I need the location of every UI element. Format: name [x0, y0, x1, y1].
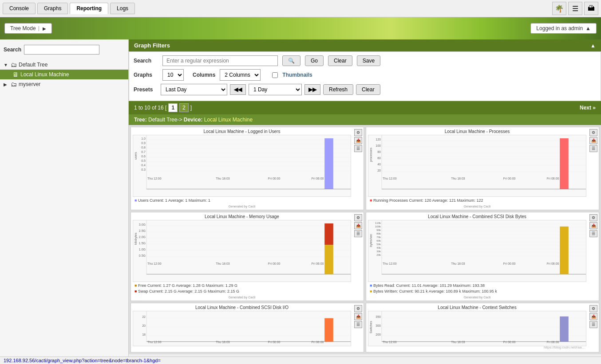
time-range-select[interactable]: 1 Day	[249, 84, 302, 95]
graph-canvas-processes[interactable]: 120 100 80 60 40 20 proces	[368, 135, 586, 197]
tree-mode-box[interactable]: Tree Mode ▶	[4, 23, 52, 34]
graph-action-btns-context: ⚙ 📤 ☰	[588, 303, 599, 352]
tree-path-bar: Tree: Default Tree-> Device: Local Linux…	[129, 114, 601, 125]
svg-text:Switches: Switches	[369, 321, 372, 333]
search-filter-label: Search	[134, 58, 158, 64]
graph-gen-by-scsi-bytes: Generated by Cacti	[368, 296, 586, 299]
svg-text:Fri 00:00: Fri 00:00	[503, 262, 516, 265]
sidebar-item-default-tree[interactable]: ▼ 🗂 Default Tree	[0, 60, 128, 70]
search-icon-btn[interactable]: 🔍	[282, 55, 300, 66]
svg-text:Fri 06:00: Fri 06:00	[547, 262, 559, 265]
graph-list-icon[interactable]: ☰	[589, 145, 597, 152]
columns-select[interactable]: 2 Columns	[220, 69, 261, 81]
graph-export-icon[interactable]: 📤	[589, 313, 597, 320]
clear-search-button[interactable]: Clear	[328, 55, 352, 66]
graph-gen-by-users: Generated by Cacti	[133, 205, 351, 208]
thumbnails-label[interactable]: Thumbnails	[282, 72, 312, 78]
next-page-button[interactable]: Next »	[580, 105, 596, 111]
tab-console[interactable]: Console	[3, 3, 36, 14]
graphs-count-select[interactable]: 10	[162, 69, 184, 81]
graph-list-icon[interactable]: ☰	[589, 321, 597, 328]
sidebar-item-myserver[interactable]: ▶ 🗂 myserver	[0, 79, 128, 89]
page-1-button[interactable]: 1	[168, 103, 178, 112]
tree-item-label: Default Tree	[19, 62, 47, 68]
status-bar: 192.168.92.56/cacti/graph_view.php?actio…	[0, 356, 601, 364]
graph-export-icon[interactable]: 📤	[589, 222, 597, 229]
clear-preset-button[interactable]: Clear	[356, 84, 380, 95]
mountain-icon[interactable]: 🏔	[584, 2, 598, 15]
columns-filter-label: Columns	[193, 72, 215, 78]
collapse-icon[interactable]: ▲	[590, 43, 596, 49]
graph-cell-users: Local Linux Machine - Logged in Users 1.…	[130, 127, 364, 210]
search-label: Search	[4, 47, 21, 53]
graph-gear-icon[interactable]: ⚙	[354, 214, 362, 221]
logged-in-arrow-icon: ▲	[585, 25, 591, 31]
sidebar: Search ▼ 🗂 Default Tree 🖥 Local Linux Ma…	[0, 39, 129, 364]
svg-rect-59	[324, 245, 333, 274]
page-2-button[interactable]: 2	[179, 103, 189, 112]
graph-export-icon[interactable]: 📤	[354, 222, 362, 229]
next-time-button[interactable]: ▶▶	[304, 84, 320, 95]
graph-canvas-scsi-io[interactable]: 22 20 18 Thu 12:00 Thu 18:03 Fri 00:00 F…	[133, 311, 351, 346]
filters-body: Search 🔍 Go Clear Save Graphs 10 Columns…	[129, 51, 601, 101]
logged-in-text: Logged in as admin	[536, 25, 583, 31]
svg-text:80: 80	[377, 150, 381, 153]
graph-list-icon[interactable]: ☰	[354, 321, 362, 328]
svg-text:2.5G: 2.5G	[139, 229, 146, 232]
svg-text:Thu 12:00: Thu 12:00	[147, 262, 162, 265]
go-button[interactable]: Go	[305, 55, 324, 66]
graph-gear-icon[interactable]: ⚙	[354, 129, 362, 136]
pagination-bar: 1 to 10 of 16 [ 1 2 ] Next »	[129, 101, 601, 114]
thumbnails-checkbox[interactable]	[272, 72, 278, 78]
graph-canvas-users[interactable]: 1.0 0.9 0.8 0.7 0.6 0.5 0.4 0.3	[133, 135, 351, 197]
logo-tree-icon[interactable]: 🌴	[552, 2, 566, 15]
graph-cell-memory: Local Linux Machine - Memory Usage 3.0G …	[130, 212, 364, 301]
logged-in-box[interactable]: Logged in as admin ▲	[530, 23, 597, 34]
filter-search-row: Search 🔍 Go Clear Save	[134, 55, 596, 66]
graph-filters-header: Graph Filters ▲	[129, 39, 601, 51]
save-button[interactable]: Save	[357, 55, 380, 66]
tree-folder-icon: 🗂	[11, 81, 17, 88]
pagination-bracket-close: ]	[190, 105, 192, 111]
graph-list-icon[interactable]: ☰	[354, 230, 362, 237]
tree-path-prefix: Tree:	[134, 117, 147, 123]
graph-gear-icon[interactable]: ⚙	[589, 129, 597, 136]
svg-text:Thu 18:03: Thu 18:03	[451, 341, 465, 344]
svg-text:Fri 00:00: Fri 00:00	[268, 341, 281, 344]
graph-svg-processes: 120 100 80 60 40 20 proces	[368, 135, 586, 196]
preset-select[interactable]: Last Day	[161, 84, 227, 95]
graph-export-icon[interactable]: 📤	[354, 313, 362, 320]
search-input[interactable]	[24, 45, 99, 55]
prev-time-button[interactable]: ◀◀	[230, 84, 246, 95]
graph-gear-icon[interactable]: ⚙	[354, 305, 362, 312]
svg-text:Fri 06:00: Fri 06:00	[547, 341, 559, 344]
graph-canvas-context[interactable]: 350 300 200 Switches Thu 12:00 Thu 18:03…	[368, 311, 586, 346]
graph-gear-icon[interactable]: ⚙	[589, 305, 597, 312]
tab-graphs[interactable]: Graphs	[37, 3, 68, 14]
graph-export-icon[interactable]: 📤	[354, 137, 362, 144]
graph-gear-icon[interactable]: ⚙	[589, 214, 597, 221]
tab-logs[interactable]: Logs	[110, 3, 135, 14]
graph-action-btns-processes: ⚙ 📤 ☰	[588, 127, 599, 210]
menu-icon[interactable]: ☰	[568, 2, 582, 15]
graph-action-btns-scsi-bytes: ⚙ 📤 ☰	[588, 212, 599, 301]
svg-rect-19	[324, 138, 333, 189]
graph-canvas-memory[interactable]: 3.0G 2.5G 2.0G 1.5G 1.0G 0.5G	[133, 220, 351, 282]
svg-text:Fri 00:00: Fri 00:00	[503, 177, 516, 180]
sidebar-item-local-linux[interactable]: 🖥 Local Linux Machine	[0, 70, 128, 79]
graph-cell-scsi-io: Local Linux Machine - Combined SCSI Disk…	[130, 303, 364, 352]
svg-rect-88	[560, 226, 569, 274]
refresh-button[interactable]: Refresh	[323, 84, 353, 95]
tab-reporting[interactable]: Reporting	[70, 3, 108, 14]
search-filter-input[interactable]	[162, 55, 278, 66]
svg-text:20: 20	[377, 169, 381, 172]
graph-canvas-scsi-bytes[interactable]: 110k 100k 90k 80k 70k 60k 50k 40k 30k 20…	[368, 220, 586, 282]
graph-svg-scsi-io: 22 20 18 Thu 12:00 Thu 18:03 Fri 00:00 F…	[133, 311, 351, 346]
svg-text:20k: 20k	[376, 254, 381, 256]
graph-list-icon[interactable]: ☰	[589, 230, 597, 237]
watermark: https://blog.csdn.net/raa...	[366, 345, 585, 349]
pagination-range: 1 to 10 of 16 [	[134, 105, 166, 111]
svg-text:100k: 100k	[375, 225, 381, 228]
graph-export-icon[interactable]: 📤	[589, 137, 597, 144]
graph-list-icon[interactable]: ☰	[354, 145, 362, 152]
